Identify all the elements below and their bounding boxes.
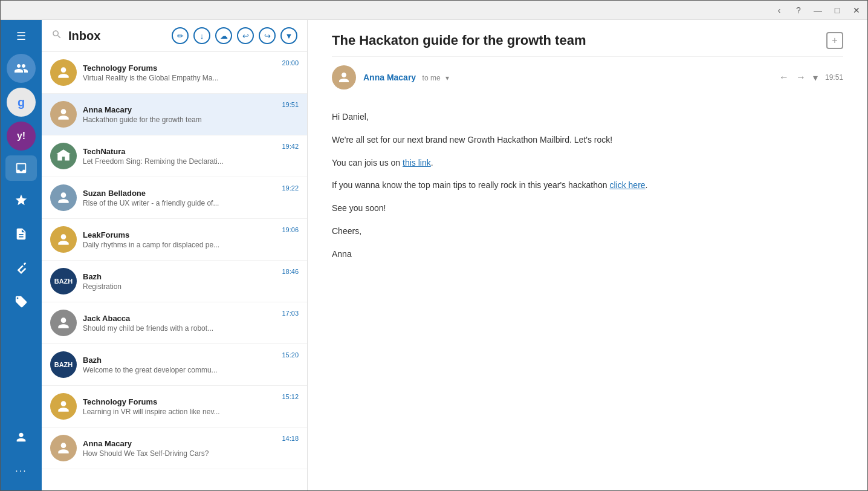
email-content: TechNatura Let Freedom Sing: Remixing th… [83,147,276,166]
body-line3: If you wanna know the top main tips to r… [332,178,843,193]
sender-name: Anna Macary to me ▾ [363,72,772,83]
avatar: BAZH [50,351,77,378]
email-subject: Should my child be friends with a robot.… [83,324,276,333]
greeting: Hi Daniel, [332,110,843,125]
archive-btn[interactable]: ☁ [215,27,232,44]
email-time: 17:03 [282,310,299,317]
email-content: Technology Forums Virtual Reality is the… [83,63,276,82]
click-here-link[interactable]: click here [609,180,645,190]
add-to-group-btn[interactable]: + [826,32,843,49]
email-subject: Hackathon guide for the growth team [83,115,276,124]
reading-header: The Hackaton guide for the growth team + [332,20,843,57]
email-sender: LeakForums [83,230,276,239]
email-item[interactable]: Anna Macary How Should We Tax Self-Drivi… [42,428,307,469]
avatar [50,143,77,169]
reply-all-btn[interactable]: ↩ [237,27,254,44]
hamburger-icon: ☰ [16,30,26,43]
email-subject: Welcome to the great developer commu... [83,366,276,374]
reading-pane: The Hackaton guide for the growth team +… [308,20,867,490]
app-body: ☰ g y! [1,20,867,490]
email-time: 14:18 [282,435,299,442]
more-btn[interactable]: ▼ [280,27,297,44]
email-content: Jack Abacca Should my child be friends w… [83,314,276,333]
email-content: Anna Macary How Should We Tax Self-Drivi… [83,439,276,458]
email-item[interactable]: BAZH Bazh Welcome to the great developer… [42,344,307,386]
body-line2: You can jois us on this link. [332,156,843,171]
email-time: 20:00 [282,59,299,67]
avatar [50,310,77,336]
email-item[interactable]: Anna Macary Hackathon guide for the grow… [42,94,307,135]
email-content: LeakForums Daily rhythms in a camp for d… [83,230,276,249]
email-subject-heading: The Hackaton guide for the growth team [332,33,820,48]
email-subject: How Should We Tax Self-Driving Cars? [83,449,276,458]
sender-info: Anna Macary to me ▾ [363,72,772,83]
sidebar-item-accounts[interactable] [7,54,36,83]
reply-btn[interactable]: ← [779,72,789,83]
email-subject: Daily rhythms in a camp for displaced pe… [83,241,276,249]
email-item[interactable]: BAZH Bazh Registration 18:46 [42,261,307,302]
email-time: 19:42 [282,143,299,150]
sidebar-item-notes[interactable] [7,219,36,249]
help-btn[interactable]: ? [792,5,805,15]
close-btn[interactable]: ✕ [850,5,863,15]
email-sender: TechNatura [83,147,276,156]
sidebar-item-attachments[interactable] [7,253,36,282]
email-subject: Learning in VR will inspire action like … [83,408,276,416]
email-sender: Suzan Belladone [83,189,276,198]
download-btn[interactable]: ↓ [193,27,210,44]
email-content: Anna Macary Hackathon guide for the grow… [83,105,276,124]
email-item[interactable]: Technology Forums Learning in VR will in… [42,386,307,428]
email-subject: Rise of the UX writer - a friendly guide… [83,199,276,207]
sidebar-item-tags[interactable] [7,287,36,316]
message-body: Hi Daniel, We're all set for our next br… [332,98,843,282]
email-sender: Technology Forums [83,63,276,73]
email-time: 15:20 [282,351,299,359]
inbox-title: Inbox [68,29,166,43]
avatar [50,101,77,128]
sidebar: ☰ g y! [1,20,42,490]
restore-btn[interactable]: □ [831,5,843,15]
sidebar-item-yahoo[interactable]: y! [7,122,36,151]
more-actions-btn[interactable]: ▾ [813,72,818,83]
email-content: Technology Forums Learning in VR will in… [83,397,276,416]
sender-avatar [332,65,356,89]
email-subject: Let Freedom Sing: Remixing the Declarati… [83,157,276,166]
sidebar-item-starred[interactable] [7,186,36,215]
email-content: Bazh Welcome to the great developer comm… [83,356,276,374]
message-time: 19:51 [825,73,843,82]
body-line4: See you soon! [332,201,843,216]
email-content: Bazh Registration [83,272,276,291]
email-time: 18:46 [282,268,299,275]
email-sender: Anna Macary [83,105,276,114]
sign2: Anna [332,247,843,262]
forward-msg-btn[interactable]: → [796,72,806,83]
sidebar-item-more[interactable]: ··· [7,457,36,486]
app-window: ‹ ? — □ ✕ ☰ g y! [0,0,868,491]
email-item[interactable]: Technology Forums Virtual Reality is the… [42,52,307,94]
email-subject: Virtual Reality is the Global Empathy Ma… [83,74,276,82]
sidebar-item-google[interactable]: g [7,88,36,117]
search-icon[interactable] [51,29,62,42]
email-item[interactable]: LeakForums Daily rhythms in a camp for d… [42,219,307,261]
forward-btn[interactable]: ↪ [259,27,276,44]
sidebar-item-contact[interactable] [7,423,36,452]
email-time: 15:12 [282,393,299,400]
email-sender: Technology Forums [83,397,276,406]
email-time: 19:06 [282,226,299,233]
email-item[interactable]: TechNatura Let Freedom Sing: Remixing th… [42,135,307,177]
email-list-panel: Inbox ✏ ↓ ☁ ↩ ↪ ▼ Technology F [42,20,308,490]
email-content: Suzan Belladone Rise of the UX writer - … [83,189,276,207]
avatar: BAZH [50,268,77,294]
back-btn[interactable]: ‹ [773,5,785,15]
email-item[interactable]: Suzan Belladone Rise of the UX writer - … [42,177,307,219]
email-item[interactable]: Jack Abacca Should my child be friends w… [42,302,307,344]
compose-btn[interactable]: ✏ [172,27,189,44]
sidebar-item-inbox[interactable] [5,155,37,181]
sidebar-hamburger[interactable]: ☰ [1,25,42,50]
message-header: Anna Macary to me ▾ ← → ▾ 19:51 [332,57,843,98]
avatar [50,184,77,211]
email-sender: Anna Macary [83,439,276,448]
minimize-btn[interactable]: — [812,5,824,15]
email-list: Technology Forums Virtual Reality is the… [42,52,307,490]
this-link[interactable]: this link [403,158,431,167]
